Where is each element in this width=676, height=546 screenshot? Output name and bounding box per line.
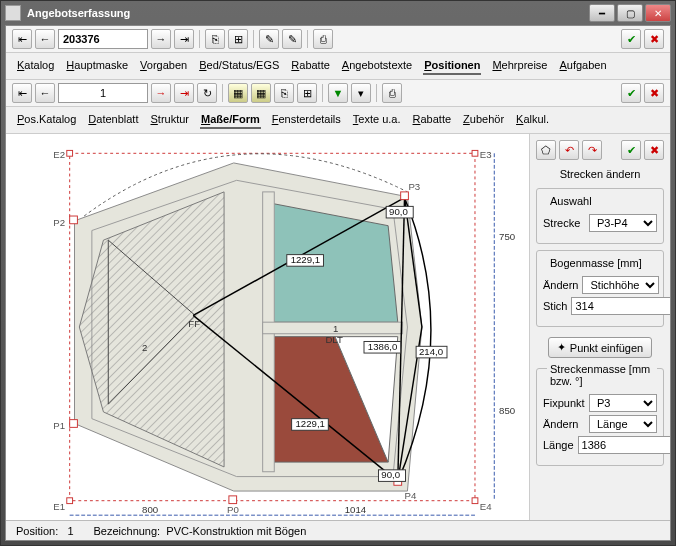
svg-rect-23	[229, 496, 237, 504]
insert-point-icon: ✦	[557, 341, 566, 354]
side-panel: ⬠ ↶ ↷ ✔ ✖ Strecken ändern Auswahl Streck…	[530, 134, 670, 520]
main-toolbar: ⇤ ← → ⇥ ⎘ ⊞ ✎ ✎ ⎙ ✔ ✖	[6, 26, 670, 53]
pane-1-number: 1	[333, 323, 338, 334]
svg-rect-3	[67, 498, 73, 504]
sub-tab-0[interactable]: Pos.Katalog	[16, 111, 77, 129]
laenge-input[interactable]	[578, 436, 670, 454]
position-number-input[interactable]	[58, 83, 148, 103]
minimize-button[interactable]: ━	[589, 4, 615, 22]
cancel-pos-button[interactable]: ✖	[644, 83, 664, 103]
nav-next-button[interactable]: →	[151, 29, 171, 49]
auswahl-fieldset: Auswahl Strecke P3-P4	[536, 188, 664, 244]
sub-tab-7[interactable]: Zubehör	[462, 111, 505, 129]
sub-tab-6[interactable]: Rabatte	[412, 111, 453, 129]
confirm-main-button[interactable]: ✔	[621, 29, 641, 49]
main-tab-6[interactable]: Positionen	[423, 57, 481, 75]
main-tab-1[interactable]: Hauptmaske	[65, 57, 129, 75]
label-p2: P2	[53, 217, 65, 228]
stich-input[interactable]	[571, 297, 670, 315]
print-pos-icon[interactable]: ⎙	[382, 83, 402, 103]
filter-settings-icon[interactable]: ▾	[351, 83, 371, 103]
svg-rect-21	[70, 216, 78, 224]
strecke-label: Strecke	[543, 217, 585, 229]
side-toolbar: ⬠ ↶ ↷ ✔ ✖	[536, 140, 664, 160]
dim-bottom-left: 800	[142, 504, 158, 515]
copy-icon[interactable]: ⎘	[205, 29, 225, 49]
sub-tab-5[interactable]: Texte u.a.	[352, 111, 402, 129]
status-position-label: Position:	[16, 525, 58, 537]
refresh-icon[interactable]: ↻	[197, 83, 217, 103]
sub-tab-1[interactable]: Datenblatt	[87, 111, 139, 129]
main-tab-5[interactable]: Angebotstexte	[341, 57, 413, 75]
sub-tab-2[interactable]: Struktur	[149, 111, 190, 129]
gold-b-icon[interactable]: ▦	[251, 83, 271, 103]
grid-pos-icon[interactable]: ⊞	[297, 83, 317, 103]
label-e1: E1	[53, 501, 65, 512]
titlebar: Angebotserfassung ━ ▢ ✕	[1, 1, 675, 25]
sub-tab-4[interactable]: Fensterdetails	[271, 111, 342, 129]
ff-label: FF	[188, 318, 200, 329]
svg-rect-4	[472, 498, 478, 504]
gold-a-icon[interactable]: ▦	[228, 83, 248, 103]
sub-tab-3[interactable]: Maße/Form	[200, 111, 261, 129]
main-tab-0[interactable]: Katalog	[16, 57, 55, 75]
app-icon	[5, 5, 21, 21]
confirm-side-button[interactable]: ✔	[621, 140, 641, 160]
main-tab-4[interactable]: Rabatte	[290, 57, 331, 75]
drawing-canvas[interactable]: E2 E3 E1 E4	[6, 134, 530, 520]
strecken-aendern-select[interactable]: Länge	[589, 415, 657, 433]
pos-nav-prev-button[interactable]: ←	[35, 83, 55, 103]
copy-pos-icon[interactable]: ⎘	[274, 83, 294, 103]
svg-rect-1	[67, 150, 73, 156]
strecke-select[interactable]: P3-P4	[589, 214, 657, 232]
pos-nav-next-button[interactable]: →	[151, 83, 171, 103]
main-tab-7[interactable]: Mehrpreise	[491, 57, 548, 75]
undo-left-icon[interactable]: ↶	[559, 140, 579, 160]
document-id-input[interactable]	[58, 29, 148, 49]
cancel-main-button[interactable]: ✖	[644, 29, 664, 49]
nav-prev-button[interactable]: ←	[35, 29, 55, 49]
fixpunkt-select[interactable]: P3	[589, 394, 657, 412]
label-e3: E3	[480, 149, 492, 160]
action-b-icon[interactable]: ✎	[282, 29, 302, 49]
table-icon[interactable]: ⊞	[228, 29, 248, 49]
svg-rect-2	[472, 150, 478, 156]
action-a-icon[interactable]: ✎	[259, 29, 279, 49]
content-area: ⇤ ← → ⇥ ⎘ ⊞ ✎ ✎ ⎙ ✔ ✖ KatalogHauptmaskeV…	[5, 25, 671, 541]
pane-2-number: 2	[142, 342, 147, 353]
main-tab-2[interactable]: Vorgaben	[139, 57, 188, 75]
dim-center-len: 1386,0	[368, 341, 397, 352]
insert-point-label: Punkt einfügen	[570, 342, 643, 354]
confirm-pos-button[interactable]: ✔	[621, 83, 641, 103]
main-tab-8[interactable]: Aufgaben	[558, 57, 607, 75]
bogen-legend: Bogenmasse [mm]	[547, 257, 645, 269]
dlt-label: DLT	[325, 334, 343, 345]
bogen-aendern-label: Ändern	[543, 279, 578, 291]
label-p3: P3	[408, 181, 420, 192]
auswahl-legend: Auswahl	[547, 195, 595, 207]
undo-right-icon[interactable]: ↷	[582, 140, 602, 160]
maximize-button[interactable]: ▢	[617, 4, 643, 22]
laenge-label: Länge	[543, 439, 574, 451]
stich-label: Stich	[543, 300, 567, 312]
sub-tab-8[interactable]: Kalkul.	[515, 111, 550, 129]
print-icon[interactable]: ⎙	[313, 29, 333, 49]
nav-first-button[interactable]: ⇤	[12, 29, 32, 49]
pos-nav-first-button[interactable]: ⇤	[12, 83, 32, 103]
pos-nav-last-button[interactable]: ⇥	[174, 83, 194, 103]
close-button[interactable]: ✕	[645, 4, 671, 22]
sub-tabs: Pos.KatalogDatenblattStrukturMaße/FormFe…	[6, 107, 670, 134]
filter-icon[interactable]: ▼	[328, 83, 348, 103]
status-bezeichnung-value: PVC-Konstruktion mit Bögen	[166, 525, 306, 537]
label-e2: E2	[53, 149, 65, 160]
window-buttons: ━ ▢ ✕	[589, 4, 671, 22]
cancel-side-button[interactable]: ✖	[644, 140, 664, 160]
nav-last-button[interactable]: ⇥	[174, 29, 194, 49]
main-tab-3[interactable]: Bed/Status/EGS	[198, 57, 280, 75]
shape-tool-icon[interactable]: ⬠	[536, 140, 556, 160]
insert-point-button[interactable]: ✦ Punkt einfügen	[548, 337, 652, 358]
dim-inner-1: 1229,1	[291, 254, 320, 265]
bogen-aendern-select[interactable]: Stichhöhe	[582, 276, 659, 294]
bogenmasse-fieldset: Bogenmasse [mm] Ändern Stichhöhe Stich	[536, 250, 664, 327]
dim-arc-offset: 214,0	[419, 346, 443, 357]
